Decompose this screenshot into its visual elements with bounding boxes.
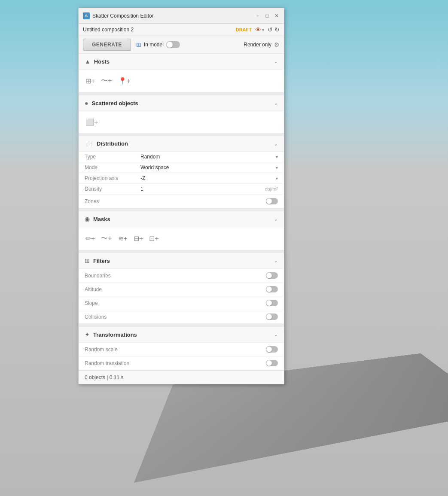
distribution-title: Distribution (97, 140, 128, 147)
zones-toggle-knob (266, 198, 272, 204)
scattered-objects-header[interactable]: ● Scattered objects ⌄ (79, 95, 284, 111)
slope-toggle[interactable] (266, 300, 278, 306)
add-point-host-button[interactable]: 📍+ (117, 76, 131, 86)
hosts-body: ⊞+ 〜+ 📍+ (79, 70, 284, 92)
minimize-button[interactable]: − (255, 13, 261, 19)
scattered-objects-chevron: ⌄ (274, 100, 278, 106)
hosts-title: Hosts (94, 58, 110, 65)
transformations-chevron: ⌄ (274, 332, 278, 338)
add-face-host-button[interactable]: ⊞+ (85, 76, 96, 86)
dialog-title: Skatter Composition Editor (92, 13, 154, 19)
hosts-header-left: ▲ Hosts (85, 58, 110, 65)
scatter-dialog: S Skatter Composition Editor − □ ✕ Untit… (78, 8, 284, 384)
distribution-header-left: ⋮⋮ Distribution (85, 140, 128, 147)
close-button[interactable]: ✕ (274, 13, 280, 19)
type-select-arrow: ▾ (276, 155, 278, 159)
scattered-objects-icon: ● (85, 100, 88, 107)
random-scale-toggle[interactable] (266, 346, 278, 353)
slope-knob (266, 300, 272, 306)
filters-section-header[interactable]: ⊞ Filters ⌄ (79, 253, 284, 269)
projection-axis-arrow: ▾ (276, 176, 278, 181)
scattered-objects-section: ● Scattered objects ⌄ ⬜+ (79, 95, 284, 134)
type-value: Random (140, 154, 160, 160)
projection-axis-label: Projection axis (85, 175, 140, 181)
in-model-area: ⊞ In model (136, 41, 180, 48)
zones-label: Zones (85, 198, 99, 204)
boundaries-toggle-row: Boundaries (79, 269, 284, 283)
panel-content[interactable]: ▲ Hosts ⌄ ⊞+ 〜+ 📍+ ● Scattered objects (79, 54, 284, 371)
hosts-section-header[interactable]: ▲ Hosts ⌄ (79, 54, 284, 70)
status-text: 0 objects | 0.11 s (85, 374, 124, 380)
hosts-icon-row: ⊞+ 〜+ 📍+ (85, 74, 278, 88)
app-icon: S (83, 12, 90, 19)
filters-header-left: ⊞ Filters (85, 257, 110, 264)
zones-toggle[interactable] (266, 198, 278, 204)
distribution-header[interactable]: ⋮⋮ Distribution ⌄ (79, 136, 284, 152)
hosts-icon: ▲ (85, 58, 91, 65)
in-model-label: In model (144, 42, 164, 48)
random-translation-toggle-row: Random translation (79, 356, 284, 370)
distribution-icon: ⋮⋮ (85, 141, 93, 146)
masks-title: Masks (93, 216, 110, 222)
render-only-icon: ⚙ (274, 41, 280, 48)
status-bar: 0 objects | 0.11 s (79, 371, 284, 384)
projection-axis-select[interactable]: -Z ▾ (140, 175, 278, 181)
projection-axis-field-row: Projection axis -Z ▾ (79, 173, 284, 184)
mode-field-row: Mode World space ▾ (79, 162, 284, 173)
density-value[interactable]: 1 (140, 186, 143, 192)
scattered-objects-header-left: ● Scattered objects (85, 100, 138, 107)
random-translation-toggle[interactable] (266, 360, 278, 366)
scattered-objects-icon-row: ⬜+ (85, 116, 278, 129)
add-image-mask-button[interactable]: ⊟+ (133, 234, 144, 243)
add-scattered-object-button[interactable]: ⬜+ (85, 117, 99, 127)
generate-button[interactable]: GENERATE (83, 39, 131, 51)
composition-name: Untitled composition 2 (83, 27, 232, 33)
random-translation-knob (266, 360, 272, 366)
window-controls: − □ ✕ (255, 13, 280, 19)
add-texture-mask-button[interactable]: ≋+ (117, 234, 128, 243)
mode-label: Mode (85, 164, 140, 170)
restore-button[interactable]: □ (264, 13, 270, 19)
title-bar: S Skatter Composition Editor − □ ✕ (79, 8, 284, 24)
render-only-area: Render only ⚙ (244, 41, 280, 48)
collisions-toggle[interactable] (266, 313, 278, 320)
transformations-section-header[interactable]: ✦ Transformations ⌄ (79, 327, 284, 343)
slope-toggle-row: Slope (79, 296, 284, 310)
render-only-label: Render only (244, 42, 271, 48)
redo-button[interactable]: ↻ (274, 26, 280, 33)
random-translation-label: Random translation (85, 360, 129, 366)
add-vertex-mask-button[interactable]: ⊡+ (148, 234, 159, 243)
masks-body: ✏+ 〜+ ≋+ ⊟+ ⊡+ (79, 227, 284, 250)
collisions-label: Collisions (85, 314, 107, 320)
masks-icon: ◉ (85, 216, 90, 222)
in-model-toggle-knob (167, 42, 173, 48)
masks-section-header[interactable]: ◉ Masks ⌄ (79, 211, 284, 227)
title-bar-left: S Skatter Composition Editor (83, 12, 154, 19)
add-curve-mask-button[interactable]: 〜+ (100, 233, 113, 244)
mode-select[interactable]: World space ▾ (140, 164, 278, 170)
altitude-toggle[interactable] (266, 286, 278, 292)
random-scale-knob (266, 347, 272, 352)
density-label: Density (85, 186, 140, 192)
masks-section: ◉ Masks ⌄ ✏+ 〜+ ≋+ ⊟+ ⊡+ (79, 211, 284, 250)
altitude-label: Altitude (85, 286, 102, 292)
boundaries-knob (266, 273, 272, 278)
in-model-toggle[interactable] (166, 41, 180, 48)
filters-icon: ⊞ (85, 257, 90, 264)
hosts-section: ▲ Hosts ⌄ ⊞+ 〜+ 📍+ (79, 54, 284, 93)
filters-section: ⊞ Filters ⌄ Boundaries Altitude Slope (79, 253, 284, 324)
distribution-section: ⋮⋮ Distribution ⌄ Type Random ▾ Mode Wor… (79, 136, 284, 209)
undo-button[interactable]: ↺ (268, 26, 273, 33)
density-input-row: 1 obj/m² (140, 186, 278, 192)
type-field-row: Type Random ▾ (79, 152, 284, 162)
add-edge-host-button[interactable]: 〜+ (100, 76, 113, 86)
add-paint-mask-button[interactable]: ✏+ (85, 234, 96, 243)
scattered-objects-title: Scattered objects (91, 100, 138, 107)
toolbar: Untitled composition 2 DRAFT 👁 ▾ ↺ ↻ (79, 24, 284, 36)
type-select[interactable]: Random ▾ (140, 154, 278, 160)
transformations-section: ✦ Transformations ⌄ Random scale Random … (79, 327, 284, 371)
boundaries-toggle[interactable] (266, 272, 278, 279)
filters-chevron: ⌄ (274, 258, 278, 264)
masks-header-left: ◉ Masks (85, 216, 110, 222)
eye-button[interactable]: 👁 ▾ (255, 26, 264, 33)
